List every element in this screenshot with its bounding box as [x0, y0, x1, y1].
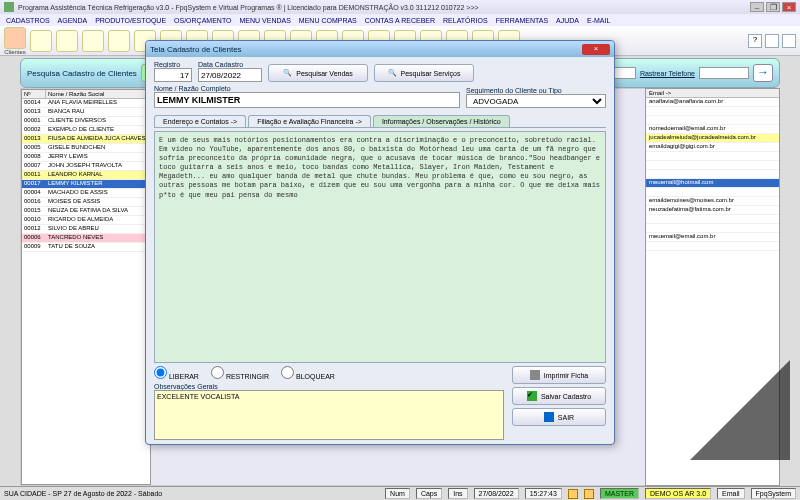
- salvar-button[interactable]: ✔Salvar Cadastro: [512, 387, 606, 405]
- clientes-label: Clientes: [4, 49, 26, 55]
- table-row[interactable]: 00010RICARDO DE ALMEIDA: [22, 216, 150, 225]
- sair-button[interactable]: SAIR: [512, 408, 606, 426]
- status-ins: Ins: [448, 488, 467, 499]
- bloquear-radio[interactable]: BLOQUEAR: [281, 366, 335, 380]
- menu-ajuda[interactable]: AJUDA: [556, 17, 579, 24]
- rastrear-tel-input[interactable]: [699, 67, 749, 79]
- data-cadastro-label: Data Cadastro: [198, 61, 262, 68]
- search-go-button[interactable]: →: [753, 64, 773, 82]
- email-row[interactable]: [646, 161, 779, 170]
- menu-email[interactable]: E-MAIL: [587, 17, 610, 24]
- email-row[interactable]: [646, 152, 779, 161]
- status-email[interactable]: Email: [717, 488, 745, 499]
- tab-endereco[interactable]: Endereço e Contatos ->: [154, 115, 246, 127]
- menu-agenda[interactable]: AGENDA: [58, 17, 88, 24]
- email-row[interactable]: neuzadefatima@fatima.com.br: [646, 206, 779, 215]
- table-row[interactable]: 00008JERRY LEWIS: [22, 153, 150, 162]
- exit-tb-icon[interactable]: [782, 34, 796, 48]
- table-row[interactable]: 00017LEMMY KILMISTER: [22, 180, 150, 189]
- status-city: SUA CIDADE - SP 27 de Agosto de 2022 - S…: [4, 490, 162, 497]
- modal-title: Tela Cadastro de Clientes: [150, 45, 242, 54]
- table-row[interactable]: 00007JOHN JOSEPH TRAVOLTA: [22, 162, 150, 171]
- toolbar-icon-2[interactable]: [30, 30, 52, 52]
- email-row[interactable]: anaflavia@anaflavia.com.br: [646, 98, 779, 107]
- menu-vendas[interactable]: MENU VENDAS: [239, 17, 290, 24]
- status-demo: DEMO OS AR 3.0: [645, 488, 711, 499]
- email-row[interactable]: nomedoemail@email.com.br: [646, 125, 779, 134]
- email-row[interactable]: meuemail@hotmail.com: [646, 179, 779, 188]
- tab-filiacao[interactable]: Filiação e Avaliação Financeira ->: [248, 115, 371, 127]
- registro-input[interactable]: [154, 68, 192, 82]
- pesquisar-vendas-button[interactable]: 🔍 Pesquisar Vendas: [268, 64, 368, 82]
- toolbar-icon-3[interactable]: [56, 30, 78, 52]
- email-row[interactable]: meuemail@email.com.br: [646, 233, 779, 242]
- table-row[interactable]: 00009TATU DE SOUZA: [22, 243, 150, 252]
- table-row[interactable]: 00014ANA FLAVIA MEIRELLES: [22, 99, 150, 108]
- status-icon-1: [568, 489, 578, 499]
- close-button[interactable]: ×: [782, 2, 796, 12]
- clientes-icon[interactable]: [4, 27, 26, 49]
- historico-textarea[interactable]: E um de seus mais notórios posicionament…: [154, 131, 606, 363]
- obs-textarea[interactable]: EXCELENTE VOCALISTA: [154, 390, 504, 440]
- status-master: MASTER: [600, 488, 639, 499]
- status-date: 27/08/2022: [474, 488, 519, 499]
- email-row[interactable]: emaildagigi@gigi.com.br: [646, 143, 779, 152]
- save-icon: ✔: [527, 391, 537, 401]
- maximize-button[interactable]: ❐: [766, 2, 780, 12]
- help-icon[interactable]: ?: [748, 34, 762, 48]
- status-num: Num: [385, 488, 410, 499]
- imprimir-button[interactable]: Imprimir Ficha: [512, 366, 606, 384]
- menu-compras[interactable]: MENU COMPRAS: [299, 17, 357, 24]
- table-row[interactable]: 00001CLIENTE DIVERSOS: [22, 117, 150, 126]
- seguimento-label: Seguimento do Cliente ou Tipo: [466, 87, 606, 94]
- toolbar-icon-5[interactable]: [108, 30, 130, 52]
- seguimento-select[interactable]: ADVOGADA: [466, 94, 606, 108]
- tool-icon[interactable]: [765, 34, 779, 48]
- table-row[interactable]: 00005GISELE BUNDCHEN: [22, 144, 150, 153]
- menu-ferramentas[interactable]: FERRAMENTAS: [496, 17, 548, 24]
- table-row[interactable]: 00015NEUZA DE FATIMA DA SILVA: [22, 207, 150, 216]
- data-cadastro-input[interactable]: [198, 68, 262, 82]
- menu-cadastros[interactable]: CADASTROS: [6, 17, 50, 24]
- grid-col-n[interactable]: Nº: [22, 90, 46, 98]
- table-row[interactable]: 00006TANCREDO NEVES: [22, 234, 150, 243]
- email-header: Email ->: [646, 89, 779, 98]
- client-grid[interactable]: Nº Nome / Razão Social 00014ANA FLAVIA M…: [21, 89, 151, 485]
- grid-col-nome[interactable]: Nome / Razão Social: [46, 90, 150, 98]
- email-row[interactable]: [646, 188, 779, 197]
- email-row[interactable]: [646, 116, 779, 125]
- liberar-radio[interactable]: LIBERAR: [154, 366, 199, 380]
- status-caps: Caps: [416, 488, 442, 499]
- pesquisar-servicos-button[interactable]: 🔍 Pesquisar Serviços: [374, 64, 474, 82]
- menu-os[interactable]: OS/ORÇAMENTO: [174, 17, 231, 24]
- minimize-button[interactable]: –: [750, 2, 764, 12]
- email-row[interactable]: [646, 170, 779, 179]
- email-row[interactable]: [646, 224, 779, 233]
- restringir-radio[interactable]: RESTRINGIR: [211, 366, 269, 380]
- email-row[interactable]: [646, 242, 779, 251]
- print-icon: [530, 370, 540, 380]
- table-row[interactable]: 00013BIANCA RAU: [22, 108, 150, 117]
- menu-relatorios[interactable]: RELATÓRIOS: [443, 17, 488, 24]
- table-row[interactable]: 00004MACHADO DE ASSIS: [22, 189, 150, 198]
- table-row[interactable]: 00013FIUSA DE ALMEIDA JUCA CHAVES: [22, 135, 150, 144]
- status-brand: FpqSystem: [751, 488, 796, 499]
- status-icon-2: [584, 489, 594, 499]
- email-row[interactable]: [646, 107, 779, 116]
- modal-close-button[interactable]: ×: [582, 44, 610, 55]
- email-row[interactable]: jucadealmeiuda@jucadealmeida.com.br: [646, 134, 779, 143]
- table-row[interactable]: 00012SILVIO DE ABREU: [22, 225, 150, 234]
- toolbar-icon-4[interactable]: [82, 30, 104, 52]
- email-row[interactable]: emaildemoises@moises.com.br: [646, 197, 779, 206]
- table-row[interactable]: 00011LEANDRO KARNAL: [22, 171, 150, 180]
- table-row[interactable]: 00002EXEMPLO DE CLIENTE: [22, 126, 150, 135]
- main-menu: CADASTROS AGENDA PRODUTO/ESTOQUE OS/ORÇA…: [0, 14, 800, 26]
- tab-informacoes[interactable]: Informações / Observações / Histórico: [373, 115, 510, 127]
- table-row[interactable]: 00016MOISES DE ASSIS: [22, 198, 150, 207]
- email-row[interactable]: [646, 215, 779, 224]
- menu-contas[interactable]: CONTAS A RECEBER: [365, 17, 435, 24]
- client-modal: Tela Cadastro de Clientes × Registro Dat…: [145, 40, 615, 445]
- menu-produto[interactable]: PRODUTO/ESTOQUE: [95, 17, 166, 24]
- status-bar: SUA CIDADE - SP 27 de Agosto de 2022 - S…: [0, 486, 800, 500]
- nome-input[interactable]: [154, 92, 460, 108]
